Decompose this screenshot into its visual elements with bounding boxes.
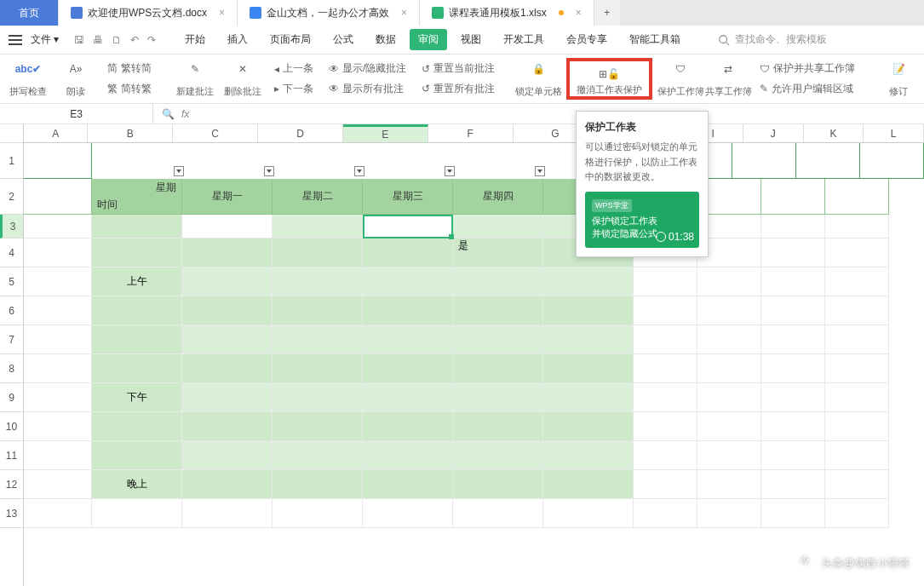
cell[interactable] — [697, 354, 761, 383]
cell[interactable] — [92, 238, 182, 267]
row-header[interactable]: 12 — [0, 470, 23, 499]
cell[interactable] — [825, 325, 889, 354]
new-comment-button[interactable]: ✎新建批注 — [175, 58, 215, 100]
file-menu[interactable]: 文件 ▾ — [31, 32, 59, 47]
cell[interactable] — [825, 215, 889, 238]
close-icon[interactable]: × — [576, 7, 582, 19]
cell[interactable] — [92, 325, 182, 354]
cell[interactable] — [182, 296, 273, 325]
cell[interactable] — [363, 499, 453, 528]
cell[interactable] — [24, 325, 92, 354]
cell[interactable] — [363, 470, 453, 499]
weekday-header[interactable]: 星期四 — [453, 179, 543, 215]
next-comment-button[interactable]: ▸下一条 — [274, 82, 313, 96]
cell[interactable] — [761, 215, 825, 238]
col-header[interactable]: B — [88, 124, 173, 142]
col-header[interactable]: E — [343, 124, 428, 142]
cell[interactable] — [24, 215, 92, 238]
col-header[interactable]: C — [173, 124, 258, 142]
tab-layout[interactable]: 页面布局 — [261, 29, 319, 50]
cell[interactable] — [825, 383, 889, 412]
filter-dropdown[interactable] — [264, 166, 274, 176]
cell[interactable] — [453, 499, 543, 528]
cell[interactable] — [92, 215, 182, 238]
cell[interactable] — [273, 383, 363, 412]
cell[interactable] — [761, 470, 825, 499]
diagonal-header[interactable]: 星期时间 — [92, 179, 182, 215]
cell[interactable] — [92, 441, 182, 470]
protect-share-button[interactable]: 🛡保护并共享工作簿 — [760, 61, 855, 76]
cell[interactable] — [273, 238, 363, 267]
time-label[interactable]: 晚上 — [92, 470, 182, 499]
cell[interactable] — [697, 325, 761, 354]
cell[interactable] — [634, 412, 697, 441]
cell[interactable] — [24, 296, 92, 325]
row-header[interactable]: 13 — [0, 499, 23, 528]
cell[interactable] — [543, 383, 634, 412]
cell[interactable] — [825, 296, 889, 325]
protect-workbook-button[interactable]: 🛡保护工作簿 — [661, 58, 700, 100]
cell[interactable] — [182, 354, 273, 383]
cell[interactable] — [697, 296, 761, 325]
cell[interactable] — [634, 296, 697, 325]
cell[interactable] — [363, 296, 453, 325]
cell[interactable] — [761, 441, 825, 470]
col-header[interactable]: D — [258, 124, 343, 142]
hamburger-icon[interactable] — [9, 35, 22, 45]
search-box[interactable]: 查找命令、搜索模板 — [718, 32, 827, 47]
new-tab-button[interactable]: + — [594, 0, 620, 26]
cell[interactable] — [697, 441, 761, 470]
trad-to-simp-button[interactable]: 简繁转简 — [107, 61, 152, 76]
cell[interactable] — [825, 412, 889, 441]
corner-cell[interactable] — [0, 124, 23, 143]
cell[interactable] — [182, 441, 273, 470]
allow-edit-button[interactable]: ✎允许用户编辑区域 — [760, 82, 855, 96]
cell[interactable] — [543, 267, 634, 296]
cell[interactable] — [697, 267, 761, 296]
tab-review[interactable]: 审阅 — [410, 29, 447, 50]
cell[interactable] — [761, 354, 825, 383]
tab-dev[interactable]: 开发工具 — [495, 29, 553, 50]
filter-dropdown[interactable] — [174, 166, 184, 176]
cell[interactable] — [543, 470, 634, 499]
tooltip-video[interactable]: WPS学堂 保护锁定工作表 并锁定隐藏公式 01:38 — [585, 192, 699, 248]
reset-current-button[interactable]: ↺重置当前批注 — [422, 61, 495, 76]
cell[interactable] — [182, 412, 273, 441]
cell[interactable] — [92, 499, 182, 528]
col-header[interactable]: L — [864, 124, 924, 142]
cell[interactable] — [634, 499, 697, 528]
cell[interactable] — [543, 441, 634, 470]
close-icon[interactable]: × — [401, 7, 407, 19]
row-header[interactable]: 9 — [0, 383, 23, 412]
cell[interactable] — [761, 296, 825, 325]
cell[interactable] — [825, 470, 889, 499]
redo-icon[interactable]: ↷ — [147, 34, 156, 46]
tab-smart[interactable]: 智能工具箱 — [621, 29, 689, 50]
cell[interactable] — [543, 296, 634, 325]
cell[interactable] — [453, 296, 543, 325]
share-workbook-button[interactable]: ⇄共享工作簿 — [709, 58, 748, 100]
cell[interactable] — [634, 383, 697, 412]
cell[interactable] — [761, 499, 825, 528]
tab-home[interactable]: 首页 — [0, 0, 59, 26]
delete-comment-button[interactable]: ✕删除批注 — [223, 58, 262, 100]
cell[interactable] — [273, 412, 363, 441]
prev-comment-button[interactable]: ◂上一条 — [274, 61, 313, 76]
cell[interactable]: 是 — [453, 238, 543, 267]
cell[interactable] — [825, 354, 889, 383]
cell[interactable] — [182, 238, 273, 267]
tab-member[interactable]: 会员专享 — [558, 29, 616, 50]
cell[interactable] — [825, 441, 889, 470]
cell[interactable] — [273, 441, 363, 470]
cell[interactable] — [453, 441, 543, 470]
tab-view[interactable]: 视图 — [452, 29, 490, 50]
undo-icon[interactable]: ↶ — [130, 34, 139, 46]
tab-insert[interactable]: 插入 — [219, 29, 256, 50]
cell[interactable] — [697, 499, 761, 528]
row-header[interactable]: 5 — [0, 267, 23, 296]
name-box[interactable]: E3 — [0, 104, 153, 124]
cell[interactable] — [24, 383, 92, 412]
cell[interactable] — [273, 296, 363, 325]
cell[interactable] — [543, 354, 634, 383]
cell[interactable] — [453, 267, 543, 296]
